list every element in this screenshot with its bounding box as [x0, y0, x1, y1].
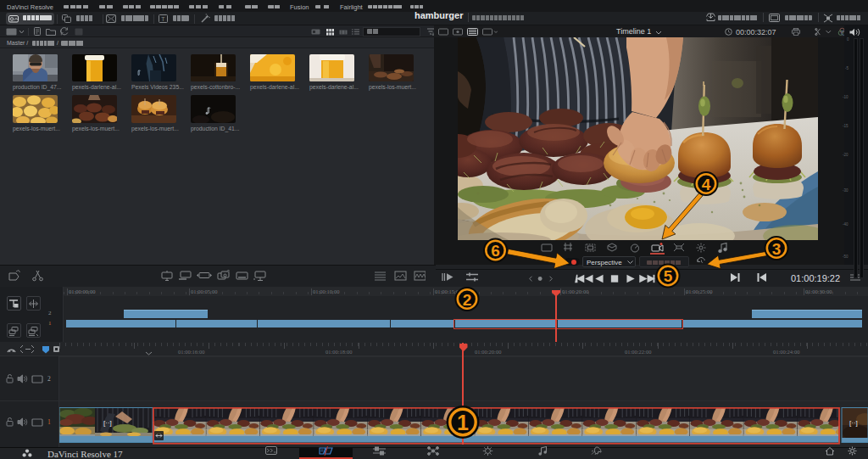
svg-text:2: 2	[463, 291, 472, 309]
svg-text:5: 5	[664, 267, 673, 285]
svg-text:4: 4	[702, 176, 711, 193]
svg-text:1: 1	[457, 411, 469, 434]
svg-text:3: 3	[772, 240, 782, 258]
svg-text:6: 6	[491, 242, 500, 260]
